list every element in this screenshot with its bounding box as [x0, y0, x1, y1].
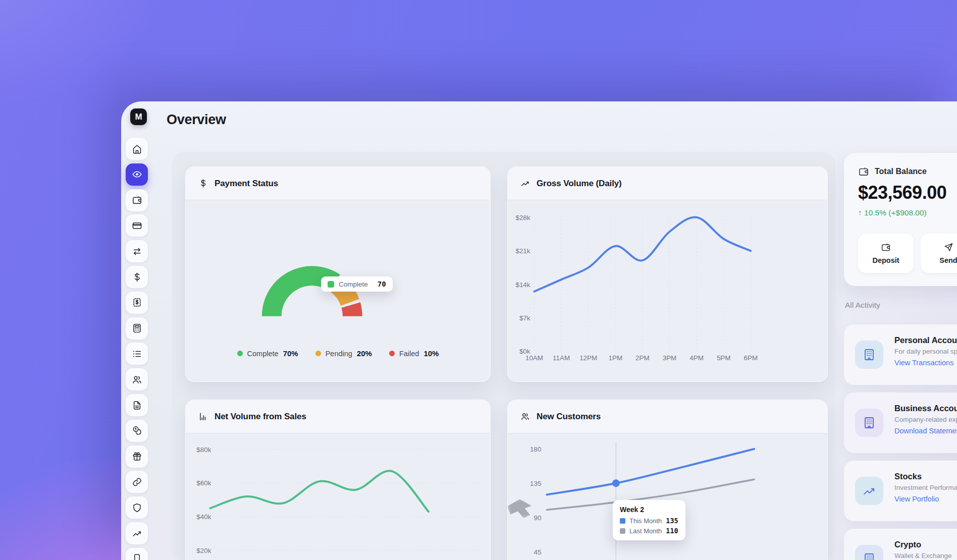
new-customers-card: New Customers 4590135180 Week 2 This Mon… [507, 400, 828, 560]
legend-label: Failed [399, 350, 419, 358]
calculator-icon [132, 323, 142, 333]
list-icon [132, 349, 142, 359]
tooltip-row: This Month135 [620, 517, 678, 525]
activity-card-personal-account[interactable]: Personal AccountFor daily personal spend… [844, 324, 957, 385]
activity-subtitle: Company-related expenses [894, 416, 957, 423]
card-title: Net Volume from Sales [215, 412, 306, 422]
sidebar-item-calculator[interactable] [126, 317, 148, 340]
trending-up-icon [132, 528, 142, 539]
activity-title: Stocks [894, 472, 957, 481]
legend-item: Complete70% [237, 349, 298, 358]
trending-up-icon [520, 179, 530, 188]
activity-subtitle: For daily personal spending [894, 348, 957, 355]
sidebar-item-coins[interactable] [126, 420, 148, 442]
net-volume-chart[interactable]: $20k$40k$60k$80k [186, 434, 490, 560]
app-logo[interactable]: M [130, 108, 147, 125]
bar-chart-icon [198, 412, 208, 421]
sidebar-item-home[interactable] [126, 138, 148, 160]
total-balance-amount: $23,569.00 [858, 182, 946, 203]
x-axis-tick: 4PM [689, 354, 704, 362]
line-chart-canvas: $20k$40k$60k$80k [186, 434, 490, 560]
line-chart-canvas: 4590135180 [508, 434, 827, 560]
line-series-net-volume [210, 471, 429, 512]
activity-card-business-account[interactable]: Business AccountCompany-related expenses… [844, 393, 957, 453]
tooltip-label: Complete [339, 281, 368, 288]
sidebar-item-dollar[interactable] [126, 266, 148, 288]
activity-card-crypto[interactable]: CryptoWallet & Exchange [844, 529, 957, 560]
payment-gauge-chart[interactable]: Complete 70 Complete70%Pending20%Failed1… [186, 201, 490, 381]
sidebar-item-credit-card[interactable] [126, 214, 148, 237]
x-axis-tick: 10AM [525, 354, 543, 362]
y-axis-tick: $20k [196, 547, 211, 554]
total-balance-label: Total Balance [875, 167, 927, 176]
x-axis-tick: 12PM [579, 354, 597, 362]
legend-item: Pending20% [315, 349, 372, 358]
sidebar-item-trending-up[interactable] [126, 522, 148, 544]
wallet-icon [132, 195, 142, 205]
highlight-point [612, 479, 620, 487]
sidebar-item-gift[interactable] [126, 445, 148, 468]
wallet-icon [858, 166, 869, 177]
x-axis-tick: 3PM [663, 354, 677, 362]
sidebar-item-shield[interactable] [126, 496, 148, 519]
chart-tooltip: Complete 70 [321, 276, 393, 292]
gross-volume-chart[interactable]: $0k$7k$14k$21k$28k10AM11AM12PM1PM2PM3PM4… [508, 201, 827, 381]
sidebar-item-link[interactable] [126, 471, 148, 493]
card-title: Gross Volume (Daily) [537, 179, 622, 189]
legend-value: 20% [357, 349, 372, 358]
coins-icon [132, 425, 142, 436]
trending-up-icon [855, 477, 883, 505]
all-activity-heading: All Activity [845, 301, 880, 310]
x-axis-tick: 1PM [608, 354, 622, 362]
building-icon [855, 409, 883, 437]
legend-label: Complete [247, 350, 279, 358]
y-axis-tick: 180 [530, 445, 541, 453]
activity-subtitle: Wallet & Exchange [894, 552, 957, 559]
y-axis-tick: $21k [515, 247, 530, 255]
link-icon [132, 477, 142, 487]
document-icon [132, 400, 142, 411]
desktop-background: M Overview Payment Status Complete 70 Co… [0, 0, 957, 560]
sidebar-item-eye[interactable] [126, 163, 148, 186]
building-icon [855, 545, 883, 560]
legend-dot [389, 351, 395, 356]
card-header: Payment Status [186, 167, 490, 200]
activity-card-stocks[interactable]: StocksInvestment PerformanceView Portfol… [844, 461, 957, 521]
eye-icon [132, 169, 142, 180]
activity-text: CryptoWallet & Exchange [894, 540, 957, 559]
y-axis-tick: 90 [534, 514, 541, 522]
legend-value: 70% [283, 349, 298, 358]
card-header: Net Volume from Sales [186, 400, 490, 433]
sidebar-item-receipt[interactable] [126, 292, 148, 314]
chart-tooltip: Week 2 This Month135Last Month110 [613, 500, 685, 540]
sidebar-item-device[interactable] [126, 548, 148, 560]
users-icon [520, 412, 530, 421]
chart-legend: Complete70%Pending20%Failed10% [186, 349, 490, 358]
total-balance-header: Total Balance [858, 166, 927, 177]
tooltip-row: Last Month110 [620, 527, 678, 535]
card-title: New Customers [537, 412, 601, 422]
sidebar-item-list[interactable] [126, 343, 148, 365]
card-header: Gross Volume (Daily) [508, 167, 827, 200]
sidebar-item-users[interactable] [126, 368, 148, 390]
credit-card-icon [132, 220, 142, 231]
sidebar-item-transfer[interactable] [126, 240, 148, 262]
activity-text: Personal AccountFor daily personal spend… [894, 335, 957, 367]
payment-status-card: Payment Status Complete 70 Complete70%Pe… [185, 166, 491, 382]
legend-dot [237, 351, 243, 356]
sidebar-item-document[interactable] [126, 394, 148, 416]
gift-icon [132, 451, 142, 462]
activity-link[interactable]: Download Statement [894, 427, 957, 435]
send-button[interactable]: Send [921, 234, 957, 273]
dollar-icon [132, 272, 142, 283]
building-icon [855, 341, 883, 369]
activity-link[interactable]: View Portfolio [894, 495, 957, 503]
deposit-button[interactable]: Deposit [858, 234, 914, 273]
transfer-icon [132, 246, 142, 257]
new-customers-chart[interactable]: 4590135180 Week 2 This Month135Last Mont… [508, 434, 827, 560]
activity-subtitle: Investment Performance [894, 484, 957, 491]
sidebar-item-wallet[interactable] [126, 189, 148, 211]
app-logo-letter: M [135, 112, 142, 122]
activity-link[interactable]: View Transactions [894, 359, 957, 367]
tooltip-title: Week 2 [620, 506, 678, 514]
